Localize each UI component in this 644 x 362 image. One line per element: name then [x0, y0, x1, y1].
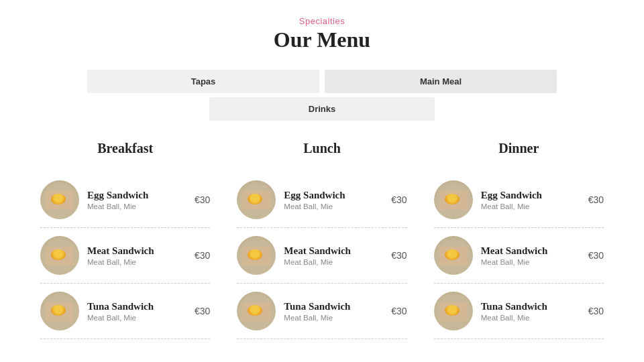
lunch-column: Lunch Egg Sandwich Meat Ball, Mie €30 Me… [223, 141, 420, 339]
item-name: Meat Sandwich [481, 245, 580, 257]
item-price: €30 [391, 194, 407, 205]
item-info: Meat Sandwich Meat Ball, Mie [284, 245, 383, 266]
item-name: Tuna Sandwich [284, 301, 383, 312]
item-price: €30 [391, 250, 407, 261]
item-price: €30 [588, 250, 604, 261]
item-info: Egg Sandwich Meat Ball, Mie [87, 190, 186, 210]
item-image [237, 236, 276, 275]
tabs-container: Tapas Main Meal Drinks [87, 70, 557, 121]
specialties-label: Specialties [0, 16, 644, 26]
page-title: Our Menu [0, 27, 644, 52]
breakfast-title: Breakfast [40, 141, 210, 156]
item-desc: Meat Ball, Mie [87, 202, 186, 210]
breakfast-column: Breakfast Egg Sandwich Meat Ball, Mie €3… [27, 141, 223, 339]
item-name: Meat Sandwich [87, 245, 186, 257]
item-name: Tuna Sandwich [87, 301, 186, 312]
item-desc: Meat Ball, Mie [87, 258, 186, 266]
item-image [434, 180, 473, 219]
item-info: Meat Sandwich Meat Ball, Mie [87, 245, 186, 266]
item-name: Egg Sandwich [87, 190, 186, 201]
list-item: Egg Sandwich Meat Ball, Mie €30 [434, 172, 604, 228]
tabs-row-2: Drinks [87, 97, 557, 121]
item-price: €30 [588, 194, 604, 205]
item-desc: Meat Ball, Mie [284, 314, 383, 322]
item-name: Meat Sandwich [284, 245, 383, 257]
tabs-row-1: Tapas Main Meal [87, 70, 557, 93]
item-price: €30 [391, 306, 407, 316]
item-image [434, 236, 473, 275]
item-info: Egg Sandwich Meat Ball, Mie [481, 190, 580, 210]
list-item: Egg Sandwich Meat Ball, Mie €30 [40, 172, 210, 228]
item-desc: Meat Ball, Mie [87, 314, 186, 322]
item-image [237, 180, 276, 219]
item-info: Egg Sandwich Meat Ball, Mie [284, 190, 383, 210]
item-image [40, 180, 79, 219]
item-desc: Meat Ball, Mie [284, 202, 383, 210]
item-name: Egg Sandwich [481, 190, 580, 201]
item-price: €30 [195, 306, 210, 316]
tab-main-meal[interactable]: Main Meal [325, 70, 557, 93]
item-info: Tuna Sandwich Meat Ball, Mie [481, 301, 580, 322]
item-desc: Meat Ball, Mie [481, 258, 580, 266]
tab-drinks[interactable]: Drinks [209, 97, 435, 121]
item-info: Tuna Sandwich Meat Ball, Mie [87, 301, 186, 322]
dinner-title: Dinner [434, 141, 604, 156]
list-item: Meat Sandwich Meat Ball, Mie €30 [434, 228, 604, 284]
item-desc: Meat Ball, Mie [481, 314, 580, 322]
item-image [434, 292, 473, 330]
list-item: Tuna Sandwich Meat Ball, Mie €30 [434, 284, 604, 339]
tab-tapas[interactable]: Tapas [87, 70, 319, 93]
item-info: Tuna Sandwich Meat Ball, Mie [284, 301, 383, 322]
item-info: Meat Sandwich Meat Ball, Mie [481, 245, 580, 266]
dinner-column: Dinner Egg Sandwich Meat Ball, Mie €30 M… [421, 141, 617, 339]
list-item: Tuna Sandwich Meat Ball, Mie €30 [40, 284, 210, 339]
item-name: Egg Sandwich [284, 190, 383, 201]
item-image [40, 236, 79, 275]
item-price: €30 [195, 250, 210, 261]
item-price: €30 [195, 194, 210, 205]
list-item: Tuna Sandwich Meat Ball, Mie €30 [237, 284, 407, 339]
item-name: Tuna Sandwich [481, 301, 580, 312]
item-image [40, 292, 79, 330]
list-item: Egg Sandwich Meat Ball, Mie €30 [237, 172, 407, 228]
item-price: €30 [588, 306, 604, 316]
item-desc: Meat Ball, Mie [481, 202, 580, 210]
item-image [237, 292, 276, 330]
content-area: Breakfast Egg Sandwich Meat Ball, Mie €3… [0, 121, 644, 353]
list-item: Meat Sandwich Meat Ball, Mie €30 [40, 228, 210, 284]
list-item: Meat Sandwich Meat Ball, Mie €30 [237, 228, 407, 284]
page-header: Specialties Our Menu [0, 0, 644, 60]
lunch-title: Lunch [237, 141, 407, 156]
item-desc: Meat Ball, Mie [284, 258, 383, 266]
